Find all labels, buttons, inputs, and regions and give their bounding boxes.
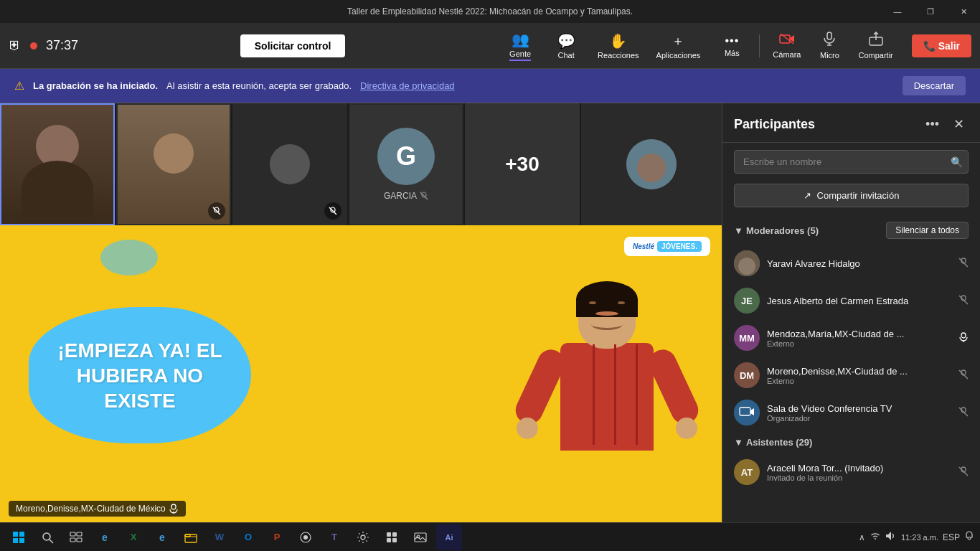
svg-rect-27 (13, 532, 18, 537)
attendees-section-title[interactable]: ▼ Asistentes (29) (734, 437, 812, 448)
search-taskbar-button[interactable] (34, 524, 60, 550)
tray-network[interactable] (870, 532, 881, 542)
more-participants-badge[interactable]: +30 (465, 103, 580, 225)
mic-button[interactable]: Micro (811, 27, 848, 64)
request-control-button[interactable]: Solicitar control (240, 34, 346, 57)
taskbar-files[interactable] (178, 524, 204, 550)
close-button[interactable]: ✕ (947, 0, 980, 23)
thumbnail-1[interactable] (0, 103, 115, 225)
svg-rect-42 (387, 532, 391, 537)
thumbnail-3[interactable] (232, 103, 347, 225)
reactions-label: Reacciones (598, 51, 639, 60)
mic-icon (822, 32, 837, 50)
participants-scroll[interactable]: ▼ Moderadores (5) Silenciar a todos Yara… (722, 216, 980, 525)
people-icon: 👥 (512, 31, 529, 48)
toolbar-people-button[interactable]: 👥 Gente (499, 27, 542, 65)
system-tray: ∧ 11:23 a.m. ESP (859, 531, 974, 543)
recording-indicator (30, 42, 37, 50)
maximize-button[interactable]: ❐ (914, 0, 947, 23)
moreno-name: Moreno,Denisse,MX-Ciudad de ... (767, 366, 951, 377)
taskbar-word[interactable]: W (207, 524, 232, 550)
taskbar-excel[interactable]: X (121, 524, 146, 550)
taskbar-time[interactable]: 11:23 a.m. (901, 533, 938, 542)
tray-volume[interactable] (885, 531, 897, 543)
privacy-policy-link[interactable]: Directiva de privacidad (360, 80, 455, 91)
taskbar-teams[interactable]: T (321, 524, 347, 550)
presenter-figure (507, 225, 707, 525)
svg-rect-38 (185, 534, 190, 537)
svg-rect-43 (392, 532, 397, 537)
task-view-button[interactable] (63, 524, 89, 550)
participant-sala[interactable]: Sala de Video Conferencia TV Organizador (722, 394, 980, 431)
presentation-area: ¡EMPIEZA YA! EL HUBIERA NO EXISTE (0, 225, 722, 525)
participant-search-input[interactable] (734, 150, 969, 174)
attendees-section-header: ▼ Asistentes (29) (722, 431, 980, 453)
share-button[interactable]: Compartir (851, 27, 900, 64)
taskbar-outlook[interactable]: O (235, 524, 261, 550)
participant-jesus[interactable]: JE Jesus Alberto del Carmen Estrada (722, 282, 980, 319)
camera-button[interactable]: Cámara (765, 28, 808, 63)
taskbar-grid[interactable] (379, 524, 405, 550)
minimize-button[interactable]: — (881, 0, 914, 23)
mendoza-mic-icon (958, 332, 969, 344)
thumbnail-garcia[interactable]: G GARCIA (349, 103, 463, 225)
yaravi-mic-icon (958, 258, 969, 270)
araceli-info: Araceli Mora Tor... (Invitado) Invitado … (767, 463, 951, 482)
svg-line-16 (959, 296, 968, 304)
svg-rect-29 (13, 538, 18, 543)
svg-line-20 (959, 370, 968, 379)
sidebar-more-button[interactable]: ••• (921, 116, 943, 133)
tray-show-hidden[interactable]: ∧ (859, 532, 865, 542)
taskbar-settings[interactable] (350, 524, 376, 550)
yaravi-avatar (734, 250, 760, 276)
mute-icon-2 (208, 202, 225, 220)
participant-mendoza[interactable]: MM Mendoza,María,MX-Ciudad de ... Extern… (722, 319, 980, 357)
svg-rect-0 (780, 35, 790, 43)
silence-all-button[interactable]: Silenciar a todos (886, 222, 969, 239)
participant-yaravi[interactable]: Yaravi Alvarez Hidalgo (722, 245, 980, 282)
moderators-arrow: ▼ (734, 225, 743, 236)
mendoza-avatar: MM (734, 325, 760, 351)
toolbar-more-button[interactable]: ••• Más (710, 30, 753, 62)
tray-notification[interactable] (964, 531, 974, 543)
svg-rect-33 (70, 532, 75, 536)
tray-language[interactable]: ESP (943, 532, 960, 542)
taskbar-ai-button[interactable]: Ai (436, 524, 462, 550)
yaravi-info: Yaravi Alvarez Hidalgo (767, 258, 951, 269)
mic-label: Micro (820, 51, 839, 60)
sidebar-header: Participantes ••• ✕ (722, 103, 980, 143)
participant-moreno[interactable]: DM Moreno,Denisse,MX-Ciudad de ... Exter… (722, 357, 980, 394)
toolbar-apps-button[interactable]: ＋ Aplicaciones (649, 28, 708, 64)
extra-avatar (626, 139, 677, 189)
participant-araceli[interactable]: AT Araceli Mora Tor... (Invitado) Invita… (722, 453, 980, 491)
chat-icon: 💬 (557, 32, 575, 50)
taskbar-photos[interactable] (407, 524, 433, 550)
start-button[interactable] (6, 524, 32, 550)
taskbar-edge[interactable]: e (92, 524, 118, 550)
svg-point-31 (43, 533, 50, 540)
svg-line-6 (213, 207, 220, 215)
leave-button[interactable]: 📞 Salir (912, 34, 971, 57)
thumbnail-2[interactable] (116, 103, 231, 225)
svg-point-41 (361, 535, 365, 540)
taskbar-chrome[interactable] (293, 524, 319, 550)
presenter-name-badge: Moreno,Denisse,MX-Ciudad de México (9, 501, 186, 517)
toolbar-chat-button[interactable]: 💬 Chat (545, 28, 588, 64)
taskbar: e X e W O P T Ai ∧ 11:23 a.m. ESP (0, 522, 980, 551)
svg-line-14 (959, 258, 968, 267)
thumbnail-extra[interactable] (581, 103, 722, 225)
share-invite-button[interactable]: ↗ Compartir invitación (734, 184, 969, 207)
search-submit-button[interactable]: 🔍 (951, 156, 963, 168)
garcia-name: GARCIA (384, 191, 417, 201)
svg-rect-37 (185, 534, 197, 542)
sidebar-close-button[interactable]: ✕ (949, 115, 969, 133)
svg-line-8 (329, 207, 336, 215)
dismiss-button[interactable]: Descartar (903, 76, 966, 95)
moderators-section-header: ▼ Moderadores (5) Silenciar a todos (722, 216, 980, 245)
moderators-section-title[interactable]: ▼ Moderadores (5) (734, 225, 819, 236)
warning-icon: ⚠ (14, 79, 24, 93)
taskbar-ppt[interactable]: P (264, 524, 290, 550)
toolbar-reactions-button[interactable]: ✋ Reacciones (590, 28, 646, 64)
taskbar-edge2[interactable]: e (149, 524, 175, 550)
toolbar: ⛨ 37:37 Solicitar control 👥 Gente 💬 Chat… (0, 23, 980, 69)
